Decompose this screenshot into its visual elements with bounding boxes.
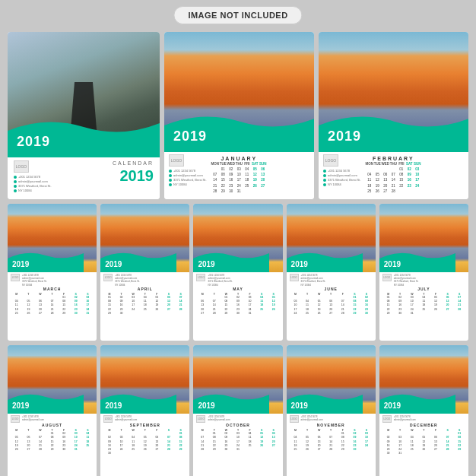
r: 30 xyxy=(103,452,186,455)
jul-contacts: +001 1234 5678 admin@yourmail.com 3371 W… xyxy=(394,274,419,287)
c: 01 xyxy=(398,167,406,172)
oct-grid: MTWTFSS 010203040506 07080910111213 1415… xyxy=(196,429,279,452)
c: 27 xyxy=(382,189,390,194)
c: 25 xyxy=(243,183,252,189)
c xyxy=(360,448,373,452)
c: 26 xyxy=(313,312,325,316)
c: 31 xyxy=(82,312,94,316)
row2-months: 2019 LOGO +001 1234 5678 admin@yourmail.… xyxy=(8,204,468,341)
jan-phone: +001 1234 5678 xyxy=(169,169,207,173)
jan-grid: MON TUE WED THU FRI SAT SUN 01 02 xyxy=(207,162,272,197)
c: 28 xyxy=(325,448,337,452)
feb-logo: LOGO +001 1234 5678 admin@yourmail.com 3… xyxy=(323,154,361,186)
c: 27 xyxy=(23,448,35,452)
feb-logo-label: LOGO xyxy=(325,158,336,163)
email-text: admin@yourmail.com xyxy=(18,179,48,183)
aug-photo: 2019 xyxy=(8,345,97,414)
oct-email: admin@yourmail.com xyxy=(208,418,230,421)
feb-photo: 2019 xyxy=(319,32,468,152)
jan-addr: 3371 Westford, Brest St. xyxy=(169,178,207,182)
jan-h-sat: SAT xyxy=(251,162,259,166)
c xyxy=(163,312,175,316)
r: 2930 xyxy=(103,312,186,316)
c: 30 xyxy=(382,452,395,455)
address-text: 3371 Westford, Brest St. xyxy=(18,184,52,188)
may-logo-row: LOGO +001 1234 5678 admin@yourmail.com 3… xyxy=(196,274,279,287)
jun-contacts: +001 1234 5678 admin@yourmail.com 3371 W… xyxy=(301,274,326,287)
apr-year: 2019 xyxy=(105,260,122,268)
may-month-name: MAY xyxy=(196,287,279,291)
december-card: 2019 LOGO +001 1234 5678 admin@yourmail.… xyxy=(379,345,468,476)
jun-logo-row: LOGO +001 1234 5678 admin@yourmail.com 3… xyxy=(290,274,373,287)
r: 28293031 xyxy=(196,448,279,452)
dec-photo: 2019 xyxy=(379,345,468,414)
c: 23 xyxy=(405,183,414,189)
october-card: 2019 LOGO +001 1234 5678 admin@yourmail.… xyxy=(193,345,282,476)
apr-photo: 2019 xyxy=(100,204,189,272)
nov-email: admin@yourmail.com xyxy=(301,418,323,421)
c: 16 xyxy=(405,177,414,182)
sep-contacts: +001 1234 5678 admin@yourmail.com xyxy=(115,415,137,421)
c xyxy=(268,448,280,452)
c: 21 xyxy=(389,183,398,189)
calendar-label: CALENDAR xyxy=(113,160,154,167)
c: 13 xyxy=(382,177,390,182)
jul-photo: 2019 xyxy=(379,204,468,272)
nov-year: 2019 xyxy=(291,401,308,410)
c: 30 xyxy=(58,448,70,452)
c: 25 xyxy=(301,312,313,316)
c: 21 xyxy=(211,183,220,189)
june-card: 2019 LOGO +001 1234 5678 admin@yourmail.… xyxy=(287,204,376,341)
cover-card: 2019 LOGO +001 1234 5678 admin@yourmail.… xyxy=(8,32,160,199)
c: 12 xyxy=(251,172,259,177)
c: 17 xyxy=(414,177,422,182)
calendar-year: 2019 xyxy=(113,167,154,185)
feb-row-2: 04 05 06 07 08 09 10 xyxy=(366,172,422,177)
jun-month-name: JUNE xyxy=(290,287,373,291)
c: 31 xyxy=(244,312,256,316)
c: 16 xyxy=(227,177,236,182)
cover-photo: 2019 xyxy=(8,32,160,157)
jan-row-2: 07 08 09 10 11 12 13 xyxy=(211,172,268,177)
feb-bottom: LOGO +001 1234 5678 admin@yourmail.com 3… xyxy=(319,152,468,199)
c xyxy=(251,189,259,194)
c: 18 xyxy=(366,183,374,189)
jun-year: 2019 xyxy=(291,260,308,268)
c: 26 xyxy=(23,312,35,316)
r: 252627282930 xyxy=(290,448,373,452)
c: 23 xyxy=(227,183,236,189)
oct-logo-icon: LOGO xyxy=(196,415,205,423)
jun-bottom: LOGO +001 1234 5678 admin@yourmail.com 3… xyxy=(287,272,376,341)
dec-year: 2019 xyxy=(384,401,401,410)
aug-contacts: +001 1234 5678 admin@yourmail.com xyxy=(22,415,44,421)
c: 29 xyxy=(103,312,116,316)
c: 29 xyxy=(219,189,227,194)
mar-logo-icon: LOGO xyxy=(11,274,20,281)
c: 30 xyxy=(349,448,361,452)
c xyxy=(255,312,268,316)
sep-logo-icon: LOGO xyxy=(103,415,113,423)
feb-zip: NY 10084 xyxy=(323,182,361,186)
c xyxy=(139,452,151,455)
c: 26 xyxy=(301,448,313,452)
c: 05 xyxy=(251,167,259,172)
february-card: 2019 LOGO +001 1234 5678 admin@yourmail.… xyxy=(319,32,468,199)
apr-month-name: APRIL xyxy=(103,287,186,291)
c xyxy=(382,167,390,172)
feb-addr-dot xyxy=(323,179,326,182)
may-year: 2019 xyxy=(198,260,214,268)
c xyxy=(151,312,163,316)
jan-logo: LOGO +001 1234 5678 admin@yourmail.com 3… xyxy=(169,154,207,186)
jan-row-3: 14 15 16 17 18 19 20 xyxy=(211,177,268,182)
feb-zip-dot xyxy=(323,183,326,186)
c xyxy=(366,167,374,172)
phone-text: +001 1234 5678 xyxy=(18,175,40,179)
c: 15 xyxy=(398,177,406,182)
oct-logo-row: LOGO +001 1234 5678 admin@yourmail.com xyxy=(196,415,279,423)
c: 31 xyxy=(70,448,82,452)
c xyxy=(116,452,128,455)
c xyxy=(151,452,163,455)
feb-month-name: FEBRUARY xyxy=(361,156,427,161)
sep-grid: MTWTFSS 01 02030405060708 09101112131415… xyxy=(103,429,186,456)
dec-grid: MTWTFSS 01 02030405060708 09101112131415… xyxy=(382,429,465,456)
